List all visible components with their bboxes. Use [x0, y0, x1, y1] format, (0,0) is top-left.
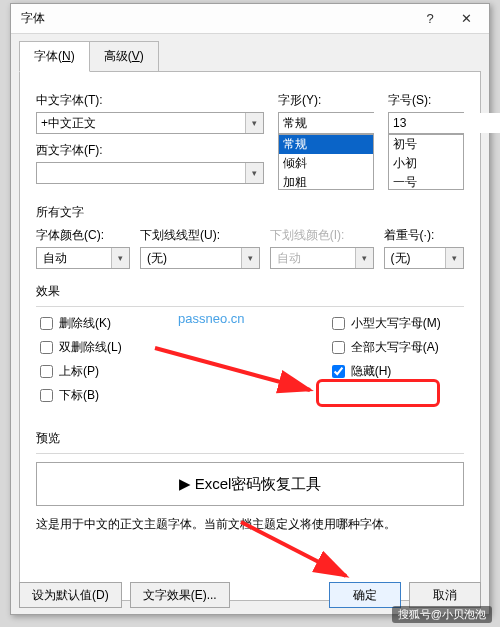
- dialog-title: 字体: [21, 10, 45, 27]
- preview-box: ▶ Excel密码恢复工具: [36, 462, 464, 506]
- underline-color-combo: 自动 ▾: [270, 247, 374, 269]
- cn-font-input[interactable]: [37, 113, 245, 133]
- emphasis-combo[interactable]: (无) ▾: [384, 247, 464, 269]
- window-controls: ? ✕: [413, 7, 483, 31]
- chevron-down-icon: ▾: [355, 248, 373, 268]
- chevron-down-icon[interactable]: ▾: [111, 248, 129, 268]
- dialog-content: 中文字体(T): ▾ 西文字体(F): ▾ 字形(Y): 常规 倾斜: [19, 71, 481, 601]
- chevron-down-icon[interactable]: ▾: [245, 163, 263, 183]
- font-style-list[interactable]: 常规 倾斜 加粗: [278, 134, 374, 190]
- tab-advanced[interactable]: 高级(V): [89, 41, 159, 72]
- list-item[interactable]: 一号: [389, 173, 463, 190]
- text-effects-button[interactable]: 文字效果(E)...: [130, 582, 230, 608]
- cn-font-label: 中文字体(T):: [36, 92, 264, 109]
- font-color-combo[interactable]: 自动 ▾: [36, 247, 130, 269]
- checkbox-smallcaps[interactable]: 小型大写字母(M): [332, 315, 441, 332]
- font-size-input[interactable]: [389, 113, 500, 133]
- tab-font[interactable]: 字体(N): [19, 41, 90, 72]
- font-size-field[interactable]: [388, 112, 464, 134]
- font-style-field[interactable]: [278, 112, 374, 134]
- page-watermark: 搜狐号@小贝泡泡: [392, 606, 492, 623]
- checkbox-strike[interactable]: 删除线(K): [40, 315, 122, 332]
- list-item[interactable]: 加粗: [279, 173, 373, 190]
- west-font-label: 西文字体(F):: [36, 142, 264, 159]
- divider: [36, 453, 464, 454]
- cancel-button[interactable]: 取消: [409, 582, 481, 608]
- chevron-down-icon[interactable]: ▾: [245, 113, 263, 133]
- list-item[interactable]: 小初: [389, 154, 463, 173]
- checkbox-hidden[interactable]: 隐藏(H): [332, 363, 441, 380]
- footnote: 这是用于中文的正文主题字体。当前文档主题定义将使用哪种字体。: [36, 516, 464, 533]
- tabs: 字体(N) 高级(V): [19, 40, 481, 71]
- chevron-down-icon[interactable]: ▾: [445, 248, 463, 268]
- close-button[interactable]: ✕: [449, 7, 483, 31]
- west-font-field[interactable]: ▾: [36, 162, 264, 184]
- font-style-label: 字形(Y):: [278, 92, 374, 109]
- preview-label: 预览: [36, 430, 464, 447]
- titlebar[interactable]: 字体 ? ✕: [11, 4, 489, 34]
- underline-color-label: 下划线颜色(I):: [270, 227, 374, 244]
- emphasis-label: 着重号(·):: [384, 227, 464, 244]
- all-text-label: 所有文字: [36, 204, 464, 221]
- checkbox-allcaps[interactable]: 全部大写字母(A): [332, 339, 441, 356]
- divider: [36, 306, 464, 307]
- underline-style-label: 下划线线型(U):: [140, 227, 260, 244]
- font-size-label: 字号(S):: [388, 92, 464, 109]
- checkbox-dblstrike[interactable]: 双删除线(L): [40, 339, 122, 356]
- checkbox-superscript[interactable]: 上标(P): [40, 363, 122, 380]
- watermark-passneo: passneo.cn: [178, 311, 245, 326]
- cn-font-field[interactable]: ▾: [36, 112, 264, 134]
- font-dialog: 字体 ? ✕ 字体(N) 高级(V) 中文字体(T): ▾ 西文字体(F): ▾: [10, 3, 490, 615]
- underline-style-combo[interactable]: (无) ▾: [140, 247, 260, 269]
- font-color-label: 字体颜色(C):: [36, 227, 130, 244]
- ok-button[interactable]: 确定: [329, 582, 401, 608]
- list-item[interactable]: 常规: [279, 135, 373, 154]
- checkbox-subscript[interactable]: 下标(B): [40, 387, 122, 404]
- list-item[interactable]: 初号: [389, 135, 463, 154]
- list-item[interactable]: 倾斜: [279, 154, 373, 173]
- west-font-input[interactable]: [37, 163, 245, 183]
- chevron-down-icon[interactable]: ▾: [241, 248, 259, 268]
- font-size-list[interactable]: 初号 小初 一号: [388, 134, 464, 190]
- set-default-button[interactable]: 设为默认值(D): [19, 582, 122, 608]
- effects-label: 效果: [36, 283, 464, 300]
- button-bar: 设为默认值(D) 文字效果(E)... 确定 取消: [19, 582, 481, 608]
- help-button[interactable]: ?: [413, 7, 447, 31]
